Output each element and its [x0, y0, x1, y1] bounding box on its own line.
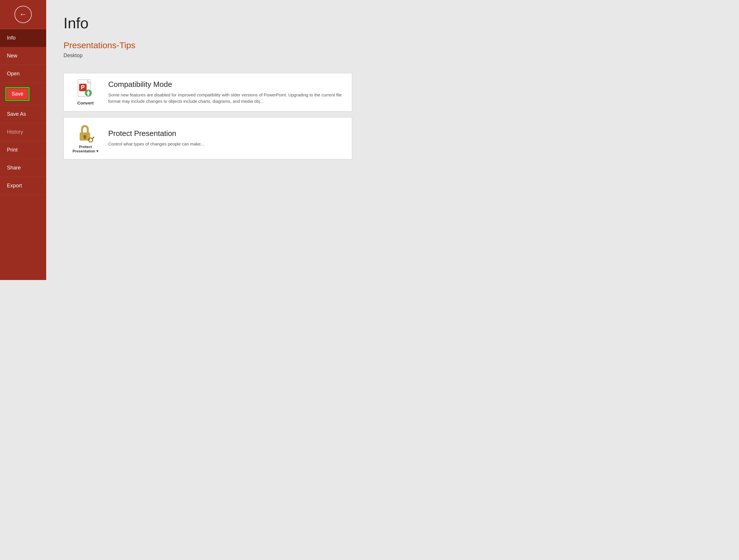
- protect-card: ProtectPresentation ▾ Protect Presentati…: [63, 117, 352, 159]
- back-button-area[interactable]: ←: [0, 0, 46, 29]
- sidebar-item-share[interactable]: Share: [0, 159, 46, 177]
- sidebar-item-export[interactable]: Export: [0, 177, 46, 195]
- sidebar-item-print[interactable]: Print: [0, 141, 46, 159]
- sidebar-item-save-as[interactable]: Save As: [0, 105, 46, 123]
- sidebar-item-info[interactable]: Info: [0, 29, 46, 47]
- protect-description: Control what types of changes people can…: [108, 141, 346, 147]
- sidebar: ← Info New Open Save Save As History Pri…: [0, 0, 46, 280]
- svg-rect-8: [84, 137, 86, 139]
- nav-items: Info New Open Save Save As History Print…: [0, 29, 46, 280]
- save-button[interactable]: Save: [7, 89, 28, 99]
- convert-label[interactable]: Convert: [78, 101, 94, 105]
- sidebar-item-save[interactable]: Save: [0, 83, 46, 105]
- convert-title: Compatibility Mode: [108, 80, 346, 89]
- sidebar-item-new[interactable]: New: [0, 47, 46, 65]
- page-title: Info: [63, 14, 352, 32]
- convert-description: Some new features are disabled for impro…: [108, 92, 346, 105]
- sidebar-item-history[interactable]: History: [0, 123, 46, 141]
- protect-title: Protect Presentation: [108, 129, 346, 138]
- convert-card: P Convert Compatibility Mode Some new fe…: [63, 73, 352, 111]
- protect-label[interactable]: ProtectPresentation ▾: [72, 145, 98, 153]
- convert-content: Compatibility Mode Some new features are…: [108, 80, 346, 105]
- convert-icon: P: [76, 79, 95, 101]
- sidebar-item-open[interactable]: Open: [0, 65, 46, 83]
- back-arrow-icon: ←: [19, 10, 27, 18]
- svg-text:P: P: [81, 84, 85, 90]
- protect-icon-area: ProtectPresentation ▾: [69, 123, 101, 153]
- protect-icon: [76, 123, 95, 145]
- file-location: Desktop: [63, 52, 352, 58]
- protect-content: Protect Presentation Control what types …: [108, 129, 346, 147]
- file-title: Presentations-Tips: [63, 40, 352, 50]
- back-button[interactable]: ←: [14, 6, 32, 23]
- main-content: Info Presentations-Tips Desktop P Conver…: [46, 0, 370, 280]
- convert-icon-area: P Convert: [69, 79, 101, 105]
